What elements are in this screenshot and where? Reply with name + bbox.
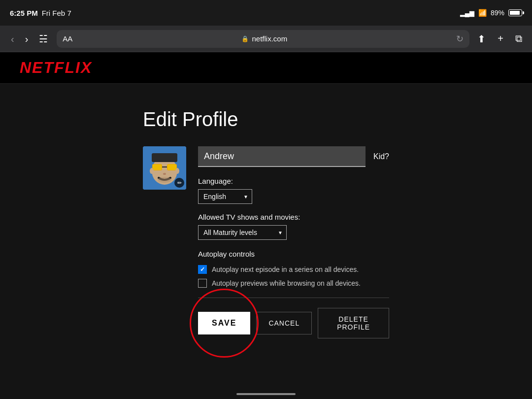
save-button-wrapper: SAVE <box>198 312 250 334</box>
svg-rect-2 <box>152 153 177 162</box>
new-tab-button[interactable]: + <box>496 31 505 46</box>
delete-profile-button[interactable]: DELETE PROFILE <box>318 308 389 338</box>
page-title: Edit Profile <box>143 108 389 131</box>
bookmarks-button[interactable]: ☵ <box>36 31 51 47</box>
status-right: ▂▄▆ 📶 89% <box>460 9 522 17</box>
battery-percentage: 89% <box>491 9 504 17</box>
netflix-logo[interactable]: NETFLIX <box>20 59 92 77</box>
language-select-wrapper: English Español Français <box>198 189 252 204</box>
reload-icon[interactable]: ↻ <box>456 33 464 44</box>
svg-point-8 <box>163 173 166 175</box>
signal-icon: ▂▄▆ <box>460 9 474 17</box>
language-select[interactable]: English Español Français <box>198 189 252 204</box>
svg-point-10 <box>150 168 154 174</box>
browser-actions: ⬆ + ⧉ <box>475 31 524 47</box>
autoplay-next-checkbox[interactable]: ✓ <box>198 265 207 274</box>
edit-profile-container: Edit Profile <box>143 108 389 350</box>
battery-icon <box>508 9 522 16</box>
url-bar[interactable]: AA 🔒 netflix.com ↻ <box>57 30 469 48</box>
status-left: 6:25 PM Fri Feb 7 <box>10 9 71 17</box>
autoplay-previews-label: Autoplay previews while browsing on all … <box>212 279 361 287</box>
status-bar: 6:25 PM Fri Feb 7 ▂▄▆ 📶 89% <box>0 0 532 26</box>
button-row: SAVE CANCEL DELETE PROFILE <box>198 308 389 338</box>
aa-text: AA <box>63 34 72 43</box>
cancel-button[interactable]: CANCEL <box>256 312 312 334</box>
edit-pencil-icon[interactable]: ✏ <box>174 178 184 188</box>
kid-label: Kid? <box>373 152 389 161</box>
svg-point-9 <box>158 177 171 183</box>
lock-icon: 🔒 <box>241 35 249 42</box>
svg-point-11 <box>175 168 179 174</box>
status-date: Fri Feb 7 <box>42 9 71 17</box>
language-label: Language: <box>198 177 389 185</box>
tabs-button[interactable]: ⧉ <box>513 31 524 46</box>
url-text: netflix.com <box>252 34 287 43</box>
back-button[interactable]: ‹ <box>8 32 17 46</box>
maturity-label: Allowed TV shows and movies: <box>198 213 389 221</box>
home-indicator <box>236 393 296 395</box>
maturity-select[interactable]: All Maturity levels Teen Older Kids Kids <box>198 225 287 240</box>
autoplay-next-label: Autoplay next episode in a series on all… <box>212 266 359 273</box>
autoplay-previews-checkbox[interactable] <box>198 279 207 288</box>
share-button[interactable]: ⬆ <box>475 31 488 47</box>
netflix-header: NETFLIX <box>0 52 532 84</box>
forward-button[interactable]: › <box>22 32 32 46</box>
profile-fields: Kid? Language: English Español Français … <box>198 146 389 338</box>
main-content: Edit Profile <box>0 84 532 370</box>
status-time: 6:25 PM <box>10 9 38 17</box>
divider <box>198 298 389 298</box>
autoplay-next-row: ✓ Autoplay next episode in a series on a… <box>198 265 389 274</box>
checkmark-icon: ✓ <box>200 266 205 273</box>
autoplay-previews-row: Autoplay previews while browsing on all … <box>198 279 389 288</box>
svg-rect-6 <box>153 165 162 170</box>
browser-nav: ‹ › ☵ <box>8 31 51 47</box>
name-row: Kid? <box>198 146 389 167</box>
profile-section: ✏ Kid? Language: English Español Françai… <box>143 146 389 338</box>
maturity-select-wrapper: All Maturity levels Teen Older Kids Kids <box>198 225 287 240</box>
svg-rect-7 <box>167 165 176 170</box>
wifi-icon: 📶 <box>478 9 487 17</box>
profile-name-input[interactable] <box>198 146 366 167</box>
save-button[interactable]: SAVE <box>198 312 250 334</box>
avatar-container: ✏ <box>143 146 186 190</box>
browser-bar: ‹ › ☵ AA 🔒 netflix.com ↻ ⬆ + ⧉ <box>0 26 532 52</box>
autoplay-title: Autoplay controls <box>198 250 389 258</box>
